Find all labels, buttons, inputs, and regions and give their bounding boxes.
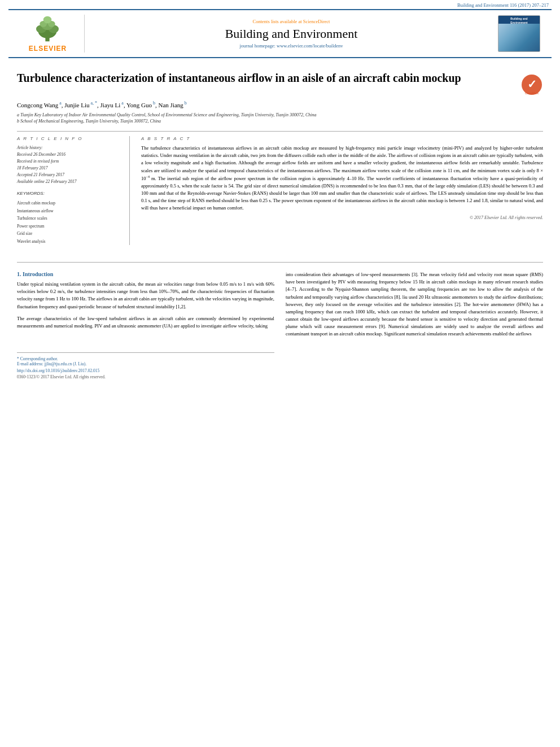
journal-thumbnail-area: Building andEnvironment <box>498 15 543 52</box>
crossmark-icon: ✓ CrossMark <box>520 73 543 96</box>
copyright-line: © 2017 Elsevier Ltd. All rights reserved… <box>141 215 543 220</box>
journal-info-center: Contents lists available at ScienceDirec… <box>90 19 492 49</box>
elsevier-tree-icon <box>30 15 64 43</box>
keyword-2: Instantaneous airflow <box>17 207 123 215</box>
corresponding-note: * Corresponding author. <box>17 356 274 361</box>
page: Building and Environment 116 (2017) 207–… <box>0 0 560 747</box>
accepted-date: Accepted 21 February 2017 <box>17 172 123 178</box>
journal-citation-bar: Building and Environment 116 (2017) 207–… <box>0 0 560 9</box>
section-divider <box>17 262 543 263</box>
abstract-column: A B S T R A C T The turbulence character… <box>141 136 543 245</box>
article-title-section: Turbulence characterization of instantan… <box>17 71 543 96</box>
body-left-column: 1. Introduction Under typical mixing ven… <box>17 271 274 379</box>
journal-header: ELSEVIER Contents lists available at Sci… <box>8 9 552 58</box>
sciencedirect-link-text[interactable]: ScienceDirect <box>303 19 330 24</box>
section1-paragraph2: The average characteristics of the low-s… <box>17 315 274 330</box>
article-history: Article history: Received 26 December 20… <box>17 145 123 185</box>
authors-line: Congcong Wang a, Junjie Liu a, *, Jiayu … <box>17 101 543 108</box>
body-right-column: into consideration their advantages of l… <box>286 271 543 379</box>
keyword-5: Grid size <box>17 230 123 238</box>
doi-link[interactable]: http://dx.doi.org/10.1016/j.buildenv.201… <box>17 368 274 373</box>
journal-thumb-label: Building andEnvironment <box>500 17 539 24</box>
article-info-header: A R T I C L E I N F O <box>17 136 123 141</box>
abstract-header: A B S T R A C T <box>141 136 543 141</box>
keyword-4: Power spectrum <box>17 222 123 230</box>
email-note: E-mail address: jjliu@tju.edu.cn (J. Liu… <box>17 361 274 366</box>
keyword-1: Aircraft cabin mockup <box>17 199 123 207</box>
journal-citation: Building and Environment 116 (2017) 207–… <box>457 2 549 8</box>
journal-title: Building and Environment <box>90 27 492 41</box>
history-label: Article history: <box>17 145 123 151</box>
revised-label: Received in revised form <box>17 158 123 165</box>
issn-line: 0360-1323/© 2017 Elsevier Ltd. All right… <box>17 374 274 379</box>
journal-cover-thumbnail: Building andEnvironment <box>498 15 540 52</box>
svg-point-7 <box>43 16 52 24</box>
sciencedirect-line: Contents lists available at ScienceDirec… <box>90 19 492 24</box>
elsevier-wordmark: ELSEVIER <box>29 45 67 53</box>
received-date: Received 26 December 2016 <box>17 151 123 158</box>
affiliations: a Tianjin Key Laboratory of Indoor Air E… <box>17 112 543 124</box>
revised-date: 18 February 2017 <box>17 165 123 172</box>
elsevier-logo: ELSEVIER <box>29 15 67 53</box>
main-content: Turbulence characterization of instantan… <box>0 58 560 254</box>
footnotes: * Corresponding author. E-mail address: … <box>17 352 274 379</box>
affiliation-a: a Tianjin Key Laboratory of Indoor Air E… <box>17 112 543 118</box>
keyword-6: Wavelet analysis <box>17 238 123 246</box>
section1-title: 1. Introduction <box>17 271 274 277</box>
elsevier-branding: ELSEVIER <box>17 15 85 53</box>
svg-text:CrossMark: CrossMark <box>525 91 539 95</box>
keywords-header: Keywords: <box>17 191 123 196</box>
keywords-section: Keywords: Aircraft cabin mockup Instanta… <box>17 191 123 245</box>
available-date: Available online 22 February 2017 <box>17 178 123 185</box>
affiliation-b: b School of Mechanical Engineering, Tian… <box>17 118 543 124</box>
article-info-column: A R T I C L E I N F O Article history: R… <box>17 136 130 245</box>
abstract-body: The turbulence characteristics of instan… <box>141 145 543 212</box>
svg-text:✓: ✓ <box>527 78 537 90</box>
keywords-list: Aircraft cabin mockup Instantaneous airf… <box>17 199 123 245</box>
article-info-abstract: A R T I C L E I N F O Article history: R… <box>17 131 543 245</box>
journal-homepage-url[interactable]: www.elsevier.com/locate/buildenv <box>277 43 343 49</box>
article-title: Turbulence characterization of instantan… <box>17 71 520 85</box>
journal-homepage-line: journal homepage: www.elsevier.com/locat… <box>90 43 492 49</box>
section1-paragraph1: Under typical mixing ventilation system … <box>17 281 274 311</box>
keyword-3: Turbulence scales <box>17 215 123 222</box>
section1-right-paragraph: into consideration their advantages of l… <box>286 271 543 338</box>
email-link[interactable]: jjliu@tju.edu.cn <box>45 361 72 366</box>
body-content: 1. Introduction Under typical mixing ven… <box>0 271 560 379</box>
